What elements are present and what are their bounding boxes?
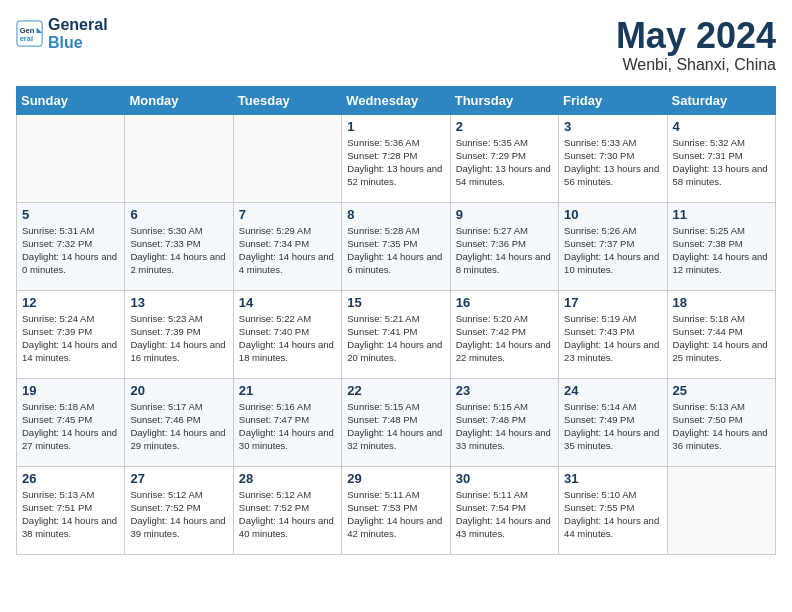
calendar-cell: 19Sunrise: 5:18 AMSunset: 7:45 PMDayligh… (17, 378, 125, 466)
calendar-cell: 5Sunrise: 5:31 AMSunset: 7:32 PMDaylight… (17, 202, 125, 290)
day-number: 8 (347, 207, 444, 222)
day-info: Sunrise: 5:19 AMSunset: 7:43 PMDaylight:… (564, 312, 661, 365)
calendar-cell: 13Sunrise: 5:23 AMSunset: 7:39 PMDayligh… (125, 290, 233, 378)
calendar-cell (17, 114, 125, 202)
day-info: Sunrise: 5:11 AMSunset: 7:54 PMDaylight:… (456, 488, 553, 541)
logo-text-line2: Blue (48, 34, 108, 52)
calendar-cell (667, 466, 775, 554)
calendar-cell: 21Sunrise: 5:16 AMSunset: 7:47 PMDayligh… (233, 378, 341, 466)
day-number: 5 (22, 207, 119, 222)
day-number: 9 (456, 207, 553, 222)
location: Wenbi, Shanxi, China (616, 56, 776, 74)
day-number: 13 (130, 295, 227, 310)
weekday-header-sunday: Sunday (17, 86, 125, 114)
calendar-cell: 31Sunrise: 5:10 AMSunset: 7:55 PMDayligh… (559, 466, 667, 554)
day-info: Sunrise: 5:11 AMSunset: 7:53 PMDaylight:… (347, 488, 444, 541)
calendar-cell: 29Sunrise: 5:11 AMSunset: 7:53 PMDayligh… (342, 466, 450, 554)
day-info: Sunrise: 5:18 AMSunset: 7:45 PMDaylight:… (22, 400, 119, 453)
day-info: Sunrise: 5:28 AMSunset: 7:35 PMDaylight:… (347, 224, 444, 277)
calendar-cell: 25Sunrise: 5:13 AMSunset: 7:50 PMDayligh… (667, 378, 775, 466)
day-number: 15 (347, 295, 444, 310)
month-title: May 2024 (616, 16, 776, 56)
calendar-cell: 1Sunrise: 5:36 AMSunset: 7:28 PMDaylight… (342, 114, 450, 202)
day-info: Sunrise: 5:27 AMSunset: 7:36 PMDaylight:… (456, 224, 553, 277)
day-info: Sunrise: 5:20 AMSunset: 7:42 PMDaylight:… (456, 312, 553, 365)
title-block: May 2024 Wenbi, Shanxi, China (616, 16, 776, 74)
day-info: Sunrise: 5:35 AMSunset: 7:29 PMDaylight:… (456, 136, 553, 189)
weekday-header-monday: Monday (125, 86, 233, 114)
day-info: Sunrise: 5:26 AMSunset: 7:37 PMDaylight:… (564, 224, 661, 277)
day-info: Sunrise: 5:10 AMSunset: 7:55 PMDaylight:… (564, 488, 661, 541)
day-info: Sunrise: 5:21 AMSunset: 7:41 PMDaylight:… (347, 312, 444, 365)
weekday-header-wednesday: Wednesday (342, 86, 450, 114)
day-number: 24 (564, 383, 661, 398)
calendar-cell: 18Sunrise: 5:18 AMSunset: 7:44 PMDayligh… (667, 290, 775, 378)
calendar-cell: 27Sunrise: 5:12 AMSunset: 7:52 PMDayligh… (125, 466, 233, 554)
logo-text-line1: General (48, 16, 108, 34)
day-info: Sunrise: 5:23 AMSunset: 7:39 PMDaylight:… (130, 312, 227, 365)
day-number: 19 (22, 383, 119, 398)
day-info: Sunrise: 5:13 AMSunset: 7:51 PMDaylight:… (22, 488, 119, 541)
calendar-cell: 8Sunrise: 5:28 AMSunset: 7:35 PMDaylight… (342, 202, 450, 290)
weekday-header-tuesday: Tuesday (233, 86, 341, 114)
day-number: 29 (347, 471, 444, 486)
calendar-cell: 6Sunrise: 5:30 AMSunset: 7:33 PMDaylight… (125, 202, 233, 290)
day-number: 22 (347, 383, 444, 398)
day-number: 7 (239, 207, 336, 222)
calendar-cell: 26Sunrise: 5:13 AMSunset: 7:51 PMDayligh… (17, 466, 125, 554)
day-number: 20 (130, 383, 227, 398)
day-number: 10 (564, 207, 661, 222)
logo: Gen eral General Blue (16, 16, 108, 51)
day-number: 1 (347, 119, 444, 134)
logo-icon: Gen eral (16, 20, 44, 48)
day-info: Sunrise: 5:17 AMSunset: 7:46 PMDaylight:… (130, 400, 227, 453)
weekday-header-thursday: Thursday (450, 86, 558, 114)
day-info: Sunrise: 5:30 AMSunset: 7:33 PMDaylight:… (130, 224, 227, 277)
day-number: 14 (239, 295, 336, 310)
calendar-cell: 11Sunrise: 5:25 AMSunset: 7:38 PMDayligh… (667, 202, 775, 290)
calendar-cell: 4Sunrise: 5:32 AMSunset: 7:31 PMDaylight… (667, 114, 775, 202)
day-info: Sunrise: 5:15 AMSunset: 7:48 PMDaylight:… (347, 400, 444, 453)
week-row-1: 1Sunrise: 5:36 AMSunset: 7:28 PMDaylight… (17, 114, 776, 202)
week-row-3: 12Sunrise: 5:24 AMSunset: 7:39 PMDayligh… (17, 290, 776, 378)
day-number: 12 (22, 295, 119, 310)
day-info: Sunrise: 5:33 AMSunset: 7:30 PMDaylight:… (564, 136, 661, 189)
day-info: Sunrise: 5:29 AMSunset: 7:34 PMDaylight:… (239, 224, 336, 277)
day-number: 26 (22, 471, 119, 486)
calendar-cell: 15Sunrise: 5:21 AMSunset: 7:41 PMDayligh… (342, 290, 450, 378)
calendar-cell: 14Sunrise: 5:22 AMSunset: 7:40 PMDayligh… (233, 290, 341, 378)
day-number: 31 (564, 471, 661, 486)
day-number: 11 (673, 207, 770, 222)
day-number: 25 (673, 383, 770, 398)
day-info: Sunrise: 5:31 AMSunset: 7:32 PMDaylight:… (22, 224, 119, 277)
day-info: Sunrise: 5:24 AMSunset: 7:39 PMDaylight:… (22, 312, 119, 365)
day-number: 4 (673, 119, 770, 134)
calendar-cell: 3Sunrise: 5:33 AMSunset: 7:30 PMDaylight… (559, 114, 667, 202)
calendar-cell: 10Sunrise: 5:26 AMSunset: 7:37 PMDayligh… (559, 202, 667, 290)
weekday-header-row: SundayMondayTuesdayWednesdayThursdayFrid… (17, 86, 776, 114)
week-row-4: 19Sunrise: 5:18 AMSunset: 7:45 PMDayligh… (17, 378, 776, 466)
calendar-cell: 24Sunrise: 5:14 AMSunset: 7:49 PMDayligh… (559, 378, 667, 466)
calendar-cell: 17Sunrise: 5:19 AMSunset: 7:43 PMDayligh… (559, 290, 667, 378)
day-number: 17 (564, 295, 661, 310)
calendar-cell: 12Sunrise: 5:24 AMSunset: 7:39 PMDayligh… (17, 290, 125, 378)
day-number: 27 (130, 471, 227, 486)
day-info: Sunrise: 5:25 AMSunset: 7:38 PMDaylight:… (673, 224, 770, 277)
day-number: 2 (456, 119, 553, 134)
calendar-cell: 2Sunrise: 5:35 AMSunset: 7:29 PMDaylight… (450, 114, 558, 202)
calendar-cell (125, 114, 233, 202)
week-row-5: 26Sunrise: 5:13 AMSunset: 7:51 PMDayligh… (17, 466, 776, 554)
day-info: Sunrise: 5:36 AMSunset: 7:28 PMDaylight:… (347, 136, 444, 189)
day-info: Sunrise: 5:22 AMSunset: 7:40 PMDaylight:… (239, 312, 336, 365)
calendar-table: SundayMondayTuesdayWednesdayThursdayFrid… (16, 86, 776, 555)
day-info: Sunrise: 5:16 AMSunset: 7:47 PMDaylight:… (239, 400, 336, 453)
day-number: 18 (673, 295, 770, 310)
day-info: Sunrise: 5:15 AMSunset: 7:48 PMDaylight:… (456, 400, 553, 453)
calendar-cell: 30Sunrise: 5:11 AMSunset: 7:54 PMDayligh… (450, 466, 558, 554)
day-info: Sunrise: 5:18 AMSunset: 7:44 PMDaylight:… (673, 312, 770, 365)
page-header: Gen eral General Blue May 2024 Wenbi, Sh… (16, 16, 776, 74)
calendar-cell: 22Sunrise: 5:15 AMSunset: 7:48 PMDayligh… (342, 378, 450, 466)
weekday-header-friday: Friday (559, 86, 667, 114)
day-number: 28 (239, 471, 336, 486)
day-number: 30 (456, 471, 553, 486)
